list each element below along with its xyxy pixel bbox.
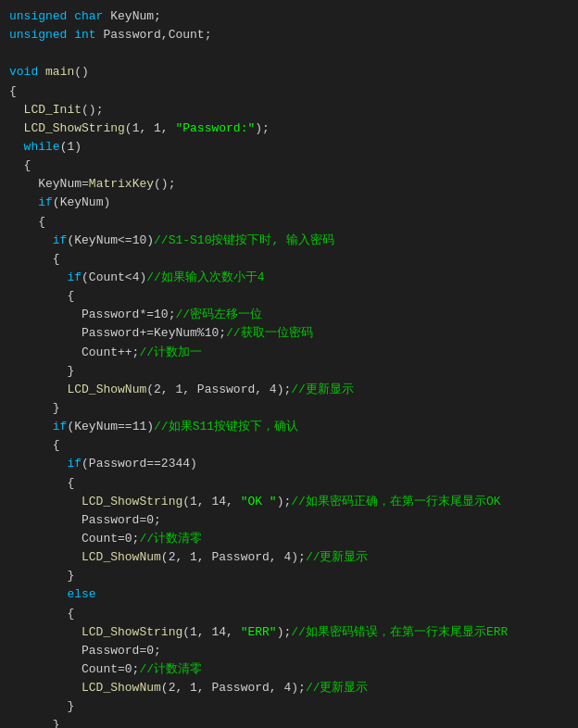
code-line-30: LCD_ShowNum(2, 1, Password, 4);//更新显示: [9, 548, 569, 567]
code-line-8: while(1): [9, 138, 569, 157]
code-line-23: if(KeyNum==11)//如果S11按键按下，确认: [9, 418, 569, 436]
code-line-12: {: [9, 213, 569, 232]
code-line-6: LCD_Init();: [9, 101, 569, 119]
code-line-2: unsigned int Password,Count;: [9, 26, 569, 44]
code-line-37: LCD_ShowNum(2, 1, Password, 4);//更新显示: [9, 679, 569, 697]
code-line-39: }: [9, 716, 569, 728]
code-line-34: LCD_ShowString(1, 14, "ERR");//如果密码错误，在第…: [9, 623, 569, 642]
code-line-18: Password+=KeyNum%10;//获取一位密码: [9, 324, 569, 343]
code-line-29: Count=0;//计数清零: [9, 530, 569, 548]
code-line-33: {: [9, 605, 569, 623]
code-line-35: Password=0;: [9, 642, 569, 660]
code-line-1: unsigned char KeyNum;: [9, 7, 569, 26]
code-line-10: KeyNum=MatrixKey();: [9, 175, 569, 194]
code-line-25: if(Password==2344): [9, 455, 569, 473]
code-line-24: {: [9, 436, 569, 455]
code-line-4: void main(): [9, 63, 569, 82]
code-line-7: LCD_ShowString(1, 1, "Password:");: [9, 119, 569, 138]
code-line-38: }: [9, 697, 569, 716]
code-line-17: Password*=10;//密码左移一位: [9, 306, 569, 324]
code-line-26: {: [9, 474, 569, 493]
code-line-21: LCD_ShowNum(2, 1, Password, 4);//更新显示: [9, 381, 569, 399]
code-container: unsigned char KeyNum; unsigned int Passw…: [0, 0, 578, 728]
code-line-9: {: [9, 157, 569, 175]
code-line-3: [9, 44, 569, 63]
code-line-11: if(KeyNum): [9, 194, 569, 212]
code-line-32: else: [9, 585, 569, 604]
code-line-14: {: [9, 250, 569, 269]
code-line-5: {: [9, 82, 569, 101]
code-line-19: Count++;//计数加一: [9, 344, 569, 362]
code-line-16: {: [9, 287, 569, 306]
code-line-36: Count=0;//计数清零: [9, 660, 569, 679]
code-line-28: Password=0;: [9, 511, 569, 530]
code-line-22: }: [9, 399, 569, 418]
code-line-13: if(KeyNum<=10)//S1-S10按键按下时, 输入密码: [9, 232, 569, 250]
code-line-20: }: [9, 362, 569, 381]
code-line-27: LCD_ShowString(1, 14, "OK ");//如果密码正确，在第…: [9, 493, 569, 511]
code-line-15: if(Count<4)//如果输入次数小于4: [9, 269, 569, 287]
code-line-31: }: [9, 567, 569, 585]
